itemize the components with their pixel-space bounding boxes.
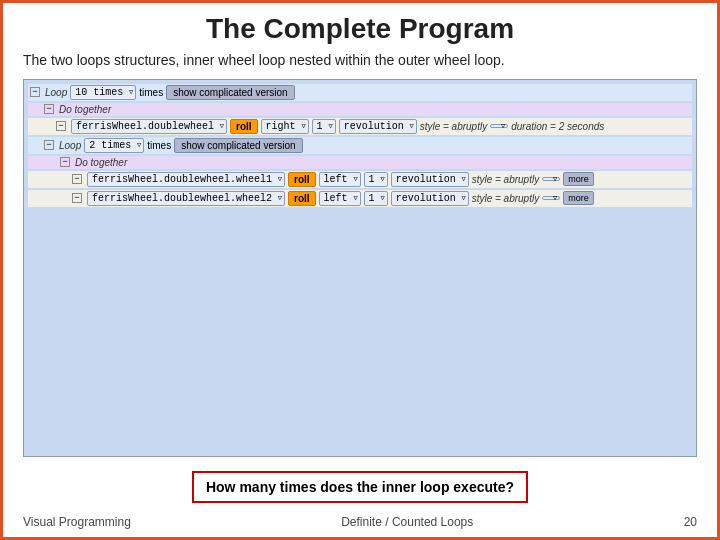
- inner-loop-times-label: times: [147, 140, 171, 151]
- inner-loop-collapse[interactable]: −: [44, 140, 54, 150]
- code-area: − Loop 10 times times show complicated v…: [23, 79, 697, 457]
- outer-loop-show-btn[interactable]: show complicated version: [166, 85, 295, 100]
- ferris-inner1-style-dropdown[interactable]: [542, 177, 560, 181]
- ferris-outer-collapse[interactable]: −: [56, 121, 66, 131]
- ferris-inner1-object-dropdown[interactable]: ferrisWheel.doublewheel.wheel1: [87, 172, 285, 187]
- do-together-inner-collapse[interactable]: −: [60, 157, 70, 167]
- footer-right: 20: [684, 515, 697, 529]
- ferris-inner2-unit-dropdown[interactable]: revolution: [391, 191, 469, 206]
- do-together-outer-row: − Do together: [28, 103, 692, 116]
- ferris-inner1-row: − ferrisWheel.doublewheel.wheel1 roll le…: [28, 171, 692, 188]
- do-together-outer-label: Do together: [59, 104, 111, 115]
- ferris-outer-duration-label: duration = 2 seconds: [511, 121, 604, 132]
- inner-loop-times-dropdown[interactable]: 2 times: [84, 138, 144, 153]
- ferris-outer-style-label: style = abruptly: [420, 121, 488, 132]
- ferris-inner1-more-btn[interactable]: more: [563, 172, 594, 186]
- ferris-inner1-collapse[interactable]: −: [72, 174, 82, 184]
- ferris-inner2-style-dropdown[interactable]: [542, 196, 560, 200]
- outer-loop-times-label: times: [139, 87, 163, 98]
- page-subtitle: The two loops structures, inner wheel lo…: [23, 51, 697, 71]
- question-box: How many times does the inner loop execu…: [192, 471, 528, 503]
- ferris-inner2-row: − ferrisWheel.doublewheel.wheel2 roll le…: [28, 190, 692, 207]
- ferris-outer-style-dropdown[interactable]: [490, 124, 508, 128]
- ferris-inner1-style-label: style = abruptly: [472, 174, 540, 185]
- do-together-inner-row: − Do together: [28, 156, 692, 169]
- ferris-inner2-style-label: style = abruptly: [472, 193, 540, 204]
- ferris-inner2-roll-btn[interactable]: roll: [288, 191, 316, 206]
- ferris-outer-direction-dropdown[interactable]: right: [261, 119, 309, 134]
- footer-center: Definite / Counted Loops: [341, 515, 473, 529]
- outer-loop-collapse[interactable]: −: [30, 87, 40, 97]
- ferris-inner2-object-dropdown[interactable]: ferrisWheel.doublewheel.wheel2: [87, 191, 285, 206]
- ferris-inner2-more-btn[interactable]: more: [563, 191, 594, 205]
- ferris-outer-unit-dropdown[interactable]: revolution: [339, 119, 417, 134]
- page-title: The Complete Program: [23, 13, 697, 45]
- page: The Complete Program The two loops struc…: [3, 3, 717, 537]
- do-together-inner-label: Do together: [75, 157, 127, 168]
- ferris-inner2-direction-dropdown[interactable]: left: [319, 191, 361, 206]
- ferris-inner2-count-dropdown[interactable]: 1: [364, 191, 388, 206]
- outer-loop-times-dropdown[interactable]: 10 times: [70, 85, 136, 100]
- ferris-outer-count-dropdown[interactable]: 1: [312, 119, 336, 134]
- ferris-inner1-direction-dropdown[interactable]: left: [319, 172, 361, 187]
- ferris-outer-row: − ferrisWheel.doublewheel roll right 1 r…: [28, 118, 692, 135]
- do-together-outer-collapse[interactable]: −: [44, 104, 54, 114]
- inner-loop-row: − Loop 2 times times show complicated ve…: [28, 137, 692, 154]
- ferris-inner1-count-dropdown[interactable]: 1: [364, 172, 388, 187]
- ferris-outer-object-dropdown[interactable]: ferrisWheel.doublewheel: [71, 119, 227, 134]
- ferris-inner1-unit-dropdown[interactable]: revolution: [391, 172, 469, 187]
- outer-loop-row: − Loop 10 times times show complicated v…: [28, 84, 692, 101]
- inner-loop-label: Loop: [59, 140, 81, 151]
- ferris-inner1-roll-btn[interactable]: roll: [288, 172, 316, 187]
- inner-loop-show-btn[interactable]: show complicated version: [174, 138, 303, 153]
- outer-loop-label: Loop: [45, 87, 67, 98]
- ferris-inner2-collapse[interactable]: −: [72, 193, 82, 203]
- footer: Visual Programming Definite / Counted Lo…: [23, 515, 697, 529]
- footer-left: Visual Programming: [23, 515, 131, 529]
- ferris-outer-roll-btn[interactable]: roll: [230, 119, 258, 134]
